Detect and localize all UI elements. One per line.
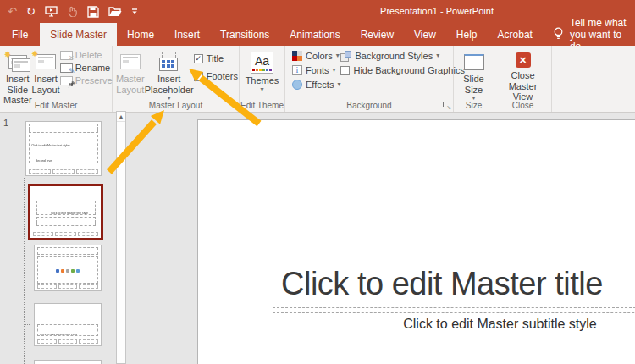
- tab-insert[interactable]: Insert: [164, 23, 210, 46]
- background-styles-icon: [340, 51, 351, 62]
- footers-checkbox-box: ✓: [194, 72, 203, 81]
- background-dialog-launcher-icon[interactable]: [443, 102, 450, 109]
- hide-background-graphics-checkbox[interactable]: Hide Background Graphics: [340, 63, 464, 77]
- insert-slide-master-icon: ✸: [8, 50, 27, 74]
- delete-button[interactable]: Delete: [60, 50, 113, 60]
- themes-icon: Aa: [251, 50, 273, 75]
- save-icon[interactable]: [87, 6, 99, 18]
- group-label-background: Background: [285, 101, 453, 110]
- effects-button[interactable]: Effects ▾: [292, 78, 340, 91]
- preserve-button[interactable]: Preserve: [60, 75, 113, 85]
- slide-editing-canvas[interactable]: Click to edit Master title Click to edit…: [197, 119, 635, 364]
- colors-icon: [292, 51, 302, 61]
- lightbulb-icon: [553, 27, 564, 42]
- tab-transitions[interactable]: Transitions: [210, 23, 279, 46]
- ribbon-tab-bar: File Slide Master Home Insert Transition…: [0, 23, 635, 46]
- thumbnail-title-slide-layout-selected[interactable]: Click to edit Master title style Click t…: [28, 184, 103, 240]
- insert-placeholder-icon: [158, 50, 180, 74]
- open-folder-icon[interactable]: [108, 6, 122, 17]
- group-master-layout: Master Layout Insert Placeholder ▾ ✓ Tit…: [113, 46, 240, 112]
- background-styles-button[interactable]: Background Styles ▾: [340, 49, 464, 63]
- delete-icon: [60, 51, 73, 60]
- thumbnail-two-content-layout[interactable]: [34, 360, 102, 364]
- subtitle-placeholder[interactable]: Click to edit Master subtitle style: [273, 312, 635, 364]
- content-placeholder-icons: [56, 269, 80, 273]
- tab-help[interactable]: Help: [446, 23, 488, 46]
- master-layout-button[interactable]: Master Layout: [116, 48, 145, 102]
- scrollbar-up-arrow-icon[interactable]: ▲: [117, 112, 125, 122]
- tab-acrobat[interactable]: Acrobat: [488, 23, 543, 46]
- touch-mouse-mode-icon[interactable]: [67, 6, 78, 17]
- start-from-beginning-icon[interactable]: [45, 6, 58, 17]
- redo-icon[interactable]: ↻: [26, 6, 36, 17]
- group-label-size: Size: [454, 101, 494, 110]
- title-bar: ↶ ↻ Presentation1 - PowerPoint: [0, 0, 635, 23]
- background-styles-caret-icon: ▾: [436, 52, 439, 59]
- colors-button[interactable]: Colors ▾: [292, 49, 340, 63]
- fonts-button[interactable]: i Fonts ▾: [292, 63, 340, 77]
- tell-me-box[interactable]: Tell me what you want to do: [544, 23, 635, 46]
- insert-layout-icon: ✸: [36, 50, 56, 74]
- colors-caret-icon: ▾: [336, 52, 340, 59]
- close-master-view-icon: ✕: [516, 50, 531, 70]
- slide-subtitle-text: Click to edit Master subtitle style: [403, 317, 597, 331]
- layout-connector-line: [24, 178, 25, 364]
- thumbnail-panel-scrollbar[interactable]: ▲: [116, 111, 126, 364]
- rename-icon: [60, 63, 73, 73]
- group-edit-master: ✸ Insert Slide Master ✸ Insert Layout De…: [0, 46, 113, 112]
- tab-slide-master[interactable]: Slide Master: [40, 23, 117, 46]
- tab-file[interactable]: File: [0, 23, 40, 46]
- window-title: Presentation1 - PowerPoint: [380, 6, 494, 16]
- fonts-caret-icon: ▾: [333, 67, 336, 74]
- tab-animations[interactable]: Animations: [279, 23, 350, 46]
- undo-icon[interactable]: ↶: [8, 6, 17, 17]
- group-close: ✕ Close Master View Close: [494, 46, 552, 112]
- group-edit-theme: Aa Themes ▾ Edit Theme: [240, 46, 285, 112]
- group-label-edit-theme: Edit Theme: [240, 101, 284, 110]
- title-checkbox[interactable]: ✓ Title: [194, 53, 238, 63]
- insert-slide-master-button[interactable]: ✸ Insert Slide Master: [3, 48, 32, 106]
- rename-button[interactable]: Rename: [60, 63, 113, 73]
- title-placeholder[interactable]: Click to edit Master title: [273, 179, 635, 308]
- themes-dropdown-caret-icon: ▾: [260, 86, 263, 93]
- slide-size-button[interactable]: Slide Size ▾: [457, 48, 490, 102]
- customize-quick-access-toolbar-icon[interactable]: [131, 8, 138, 16]
- slide-title-text: Click to edit Master title: [281, 266, 603, 302]
- group-background: Colors ▾ i Fonts ▾ Effects ▾ Background: [285, 46, 454, 112]
- connector-stub: [25, 267, 30, 267]
- preserve-icon: [60, 76, 73, 85]
- thumbnail-section-header-layout[interactable]: Click to edit Master title style: [34, 303, 102, 346]
- tab-review[interactable]: Review: [351, 23, 404, 46]
- title-checkbox-box: ✓: [194, 54, 203, 63]
- connector-stub: [25, 324, 30, 325]
- insert-placeholder-button[interactable]: Insert Placeholder ▾: [145, 48, 194, 102]
- tab-home[interactable]: Home: [117, 23, 164, 46]
- ribbon: ✸ Insert Slide Master ✸ Insert Layout De…: [0, 46, 635, 113]
- group-size: Slide Size ▾ Size: [454, 46, 494, 112]
- footers-checkbox[interactable]: ✓ Footers: [194, 71, 238, 81]
- slide-size-icon: [464, 50, 484, 74]
- themes-button[interactable]: Aa Themes ▾: [243, 48, 281, 93]
- close-master-view-button[interactable]: ✕ Close Master View: [498, 48, 548, 102]
- slide-number-label: 1: [3, 118, 8, 128]
- thumbnail-title-content-layout[interactable]: Click to edit Master title style: [34, 245, 102, 291]
- thumbnail-master-slide[interactable]: Click to edit Master title style Click t…: [25, 121, 102, 176]
- tab-view[interactable]: View: [404, 23, 446, 46]
- fonts-icon: i: [292, 65, 302, 75]
- effects-icon: [292, 80, 302, 90]
- group-label-close: Close: [494, 101, 551, 110]
- quick-access-toolbar: ↶ ↻: [0, 6, 138, 18]
- master-layout-icon: [120, 50, 141, 74]
- insert-layout-button[interactable]: ✸ Insert Layout: [32, 48, 60, 106]
- hide-background-graphics-checkbox-box: [340, 66, 350, 75]
- group-label-master-layout: Master Layout: [113, 101, 239, 110]
- group-label-edit-master: Edit Master: [0, 101, 112, 110]
